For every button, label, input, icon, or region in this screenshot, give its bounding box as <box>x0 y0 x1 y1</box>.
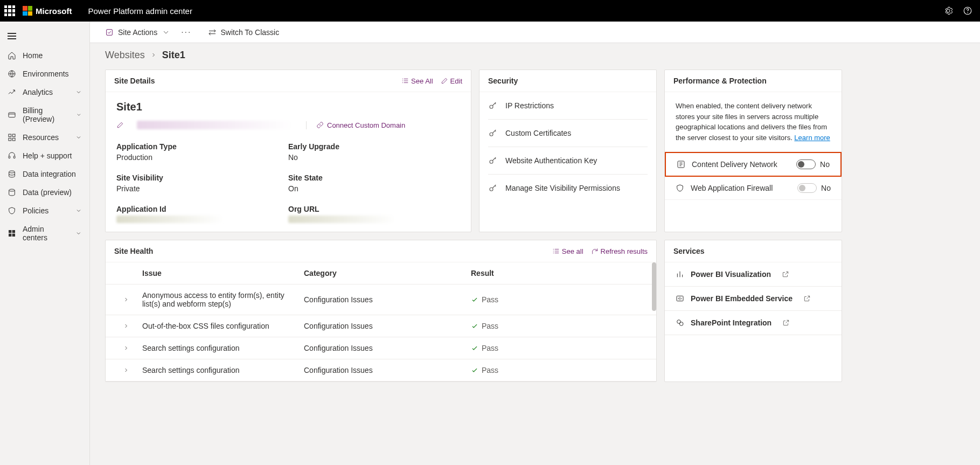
nav-label: Data integration <box>23 170 76 178</box>
svg-rect-13 <box>12 230 15 233</box>
site-actions-button[interactable]: Site Actions <box>105 28 170 37</box>
svg-point-19 <box>490 160 493 163</box>
sidebar: Home Environments Analytics Billing (Pre… <box>0 22 90 465</box>
pencil-icon[interactable] <box>116 121 124 129</box>
resources-icon <box>8 133 16 142</box>
field-value: On <box>288 184 460 193</box>
app-launcher-icon[interactable] <box>4 5 15 16</box>
org-url-redacted <box>288 216 396 223</box>
help-icon[interactable] <box>963 6 972 16</box>
breadcrumb-parent[interactable]: Websites <box>105 50 145 61</box>
learn-more-link[interactable]: Learn more <box>794 134 830 142</box>
see-all-button[interactable]: See all <box>552 247 583 255</box>
nav-label: Data (preview) <box>23 188 72 197</box>
card-title: Services <box>673 247 705 255</box>
cdn-toggle[interactable] <box>796 159 816 169</box>
connect-domain-button[interactable]: Connect Custom Domain <box>306 121 405 129</box>
expand-button[interactable] <box>110 323 142 329</box>
svg-point-10 <box>9 171 15 173</box>
table-header: IssueCategoryResult <box>106 262 656 284</box>
field-value: Private <box>116 184 288 193</box>
performance-desc: When enabled, the content delivery netwo… <box>665 92 842 152</box>
sidebar-item-help[interactable]: Help + support <box>0 147 89 165</box>
sidebar-item-data-integration[interactable]: Data integration <box>0 165 89 183</box>
cell-issue: Search settings configuration <box>142 344 304 352</box>
svg-rect-9 <box>13 156 15 158</box>
field-label: Site Visibility <box>116 173 288 182</box>
policies-icon <box>8 206 16 215</box>
security-card: Security IP Restrictions Custom Certific… <box>479 70 657 232</box>
more-button[interactable]: ··· <box>181 27 191 37</box>
security-item-visibility[interactable]: Manage Site Visibility Permissions <box>488 175 648 202</box>
perf-label: Content Delivery Network <box>692 160 777 169</box>
sidebar-item-resources[interactable]: Resources <box>0 128 89 147</box>
sidebar-item-analytics[interactable]: Analytics <box>0 83 89 101</box>
sidebar-item-policies[interactable]: Policies <box>0 202 89 220</box>
sidebar-item-billing[interactable]: Billing (Preview) <box>0 101 89 128</box>
security-item-cert[interactable]: Custom Certificates <box>488 120 648 147</box>
site-details-card: Site Details See All Edit Site1 <box>105 70 471 232</box>
field-label: Org URL <box>288 205 460 213</box>
security-item-ip[interactable]: IP Restrictions <box>488 92 648 120</box>
cmd-label: Switch To Classic <box>221 28 280 37</box>
hamburger-icon[interactable] <box>0 26 89 46</box>
security-item-auth[interactable]: Website Authentication Key <box>488 147 648 175</box>
see-all-button[interactable]: See All <box>401 77 433 85</box>
breadcrumb: Websites Site1 <box>105 50 965 61</box>
cell-result: Pass <box>471 295 652 304</box>
refresh-icon <box>591 247 599 255</box>
waf-row: Web Application Firewall No <box>665 177 842 200</box>
svg-rect-3 <box>9 113 15 117</box>
data-integration-icon <box>8 170 16 178</box>
svg-point-11 <box>9 189 15 191</box>
nav-label: Environments <box>23 70 69 78</box>
expand-button[interactable] <box>110 345 142 351</box>
edit-button[interactable]: Edit <box>441 77 462 85</box>
check-icon <box>471 296 478 303</box>
brand-label: Microsoft <box>36 6 72 16</box>
home-icon <box>8 51 16 60</box>
sidebar-item-admin-centers[interactable]: Admin centers <box>0 220 89 247</box>
svg-rect-14 <box>9 234 11 237</box>
table-row: Search settings configurationConfigurati… <box>106 337 656 359</box>
field-label: Site State <box>288 173 460 182</box>
switch-classic-button[interactable]: Switch To Classic <box>208 28 280 37</box>
chevron-down-icon <box>75 207 82 214</box>
waf-icon <box>676 184 684 192</box>
expand-button[interactable] <box>110 296 142 303</box>
chevron-right-icon <box>150 50 157 61</box>
table-row: Search settings configurationConfigurati… <box>106 359 656 381</box>
table-row: Anonymous access to entity form(s), enti… <box>106 284 656 315</box>
card-title: Performance & Protection <box>673 77 767 85</box>
link-icon <box>316 121 324 129</box>
expand-button[interactable] <box>110 367 142 373</box>
svg-point-1 <box>967 12 968 13</box>
nav-label: Admin centers <box>23 225 69 242</box>
service-item-sharepoint[interactable]: SharePoint Integration <box>665 311 842 335</box>
cdn-row: Content Delivery Network No <box>665 152 842 177</box>
col-result: Result <box>471 269 652 277</box>
nav-label: Home <box>23 51 43 60</box>
services-card: Services Power BI Visualization Power BI… <box>664 240 842 382</box>
service-item-powerbi-emb[interactable]: Power BI Embedded Service <box>665 287 842 311</box>
main: Site Actions ··· Switch To Classic Websi… <box>90 22 980 465</box>
sidebar-item-data-preview[interactable]: Data (preview) <box>0 183 89 202</box>
external-link-icon <box>782 319 790 327</box>
svg-point-18 <box>490 133 493 136</box>
gear-icon[interactable] <box>943 6 953 16</box>
service-item-powerbi-viz[interactable]: Power BI Visualization <box>665 262 842 287</box>
refresh-button[interactable]: Refresh results <box>591 247 648 255</box>
key-icon <box>488 156 498 165</box>
checkbox-icon <box>105 28 114 37</box>
app-title: Power Platform admin center <box>88 6 192 16</box>
svg-rect-15 <box>12 234 15 237</box>
sidebar-item-environments[interactable]: Environments <box>0 65 89 83</box>
scrollbar[interactable] <box>652 262 656 311</box>
cdn-icon <box>677 160 685 169</box>
external-link-icon <box>782 270 789 278</box>
cell-category: Configuration Issues <box>304 344 471 352</box>
waf-toggle[interactable] <box>797 183 817 193</box>
sidebar-item-home[interactable]: Home <box>0 46 89 65</box>
toggle-value: No <box>821 184 831 192</box>
field-value: No <box>288 153 460 162</box>
